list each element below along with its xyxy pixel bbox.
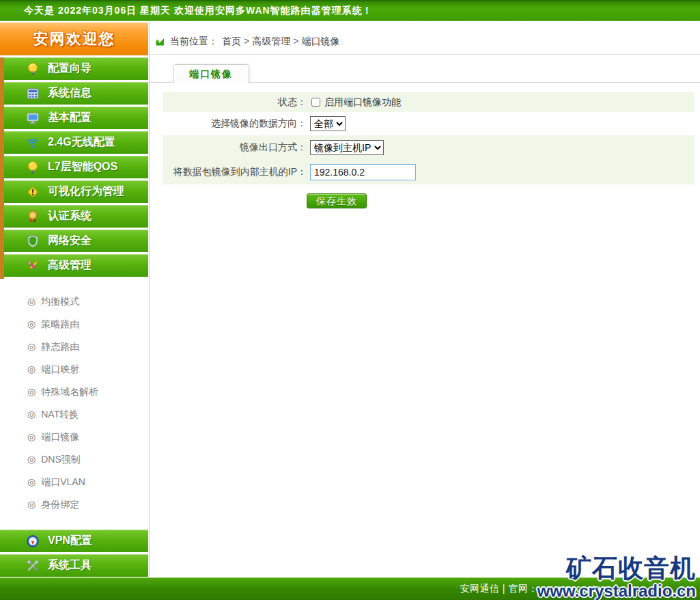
crossed-tools-icon [26, 259, 40, 273]
direction-label: 选择镜像的数据方向： [163, 118, 307, 130]
breadcrumb-separator: > [293, 36, 298, 46]
sidebar-item-label: 基本配置 [48, 111, 92, 125]
bullet-icon: ◎ [27, 341, 36, 352]
main-content: 当前位置： 首页>高级管理>端口镜像 端口镜像 状态： 启用端口镜像功能 选择镜… [149, 21, 700, 577]
sidebar-item-label: 2.4G无线配置 [48, 135, 115, 150]
bullet-icon: ◎ [27, 431, 36, 442]
submenu-item-dns-force[interactable]: ◎DNS强制 [0, 448, 148, 471]
tab-row: 端口镜像 [150, 64, 700, 83]
submenu-item-port-vlan[interactable]: ◎端口VLAN [0, 471, 148, 493]
form-row-mode: 镜像出口方式： 镜像到主机IP [163, 135, 695, 159]
submenu-item-label: 均衡模式 [41, 296, 79, 307]
sidebar-bottom-menu: VPN配置系统工具 [0, 530, 148, 579]
bullet-icon: ◎ [27, 318, 36, 329]
compass-icon [26, 534, 40, 548]
submenu-item-port-mirror[interactable]: ◎端口镜像 [0, 426, 148, 448]
breadcrumb-separator: > [244, 36, 249, 46]
form-row-ip: 将数据包镜像到内部主机的IP： [163, 159, 695, 185]
sidebar-item-network-security[interactable]: 网络安全 [4, 230, 148, 252]
form-row-direction: 选择镜像的数据方向： 全部 [163, 112, 695, 135]
breadcrumb-item-0[interactable]: 首页 [222, 36, 241, 46]
direction-select[interactable]: 全部 [310, 116, 346, 131]
form-row-status: 状态： 启用端口镜像功能 [163, 92, 695, 112]
save-button[interactable]: 保存生效 [307, 193, 367, 208]
enable-mirror-label: 启用端口镜像功能 [324, 96, 401, 109]
calculator-icon [26, 87, 40, 100]
bullet-icon: ◎ [27, 409, 36, 420]
monitor-icon [26, 111, 40, 125]
footer-bar: 安网通信 | 官网： www.secnet.w [0, 577, 700, 600]
sidebar-item-auth-system[interactable]: 认证系统 [4, 205, 148, 228]
button-row: 保存生效 [163, 193, 695, 208]
breadcrumb: 当前位置： 首页>高级管理>端口镜像 [150, 21, 700, 48]
sidebar-item-label: VPN配置 [48, 534, 92, 548]
sidebar-header: 安网欢迎您 [0, 23, 148, 55]
sidebar-item-label: 系统工具 [48, 558, 92, 573]
sidebar-item-label: L7层智能QOS [48, 160, 117, 174]
submenu-item-label: 端口镜像 [41, 431, 79, 442]
bullet-icon: ◎ [27, 499, 36, 510]
sidebar-submenu: ◎均衡模式◎策略路由◎静态路由◎端口映射◎特殊域名解析◎NAT转换◎端口镜像◎D… [0, 279, 148, 516]
mode-select[interactable]: 镜像到主机IP [310, 140, 384, 155]
submenu-item-label: DNS强制 [41, 454, 81, 465]
submenu-item-label: 身份绑定 [41, 499, 79, 510]
sidebar-item-config-wizard[interactable]: 配置向导 [4, 57, 148, 80]
welcome-text: 今天是 2022年03月06日 星期天 欢迎使用安网多WAN智能路由器管理系统！ [24, 5, 373, 16]
submenu-item-balance-mode[interactable]: ◎均衡模式 [0, 290, 148, 313]
sidebar-main-menu: 配置向导系统信息基本配置2.4G无线配置L7层智能QOS可视化行为管理认证系统网… [0, 57, 148, 279]
sidebar-item-wireless-2g4[interactable]: 2.4G无线配置 [4, 131, 148, 154]
submenu-item-label: 特殊域名解析 [41, 386, 98, 397]
wifi-icon [26, 136, 40, 150]
bullet-icon: ◎ [27, 386, 36, 397]
submenu-item-label: 静态路由 [41, 341, 79, 352]
ip-label: 将数据包镜像到内部主机的IP： [163, 166, 307, 178]
enable-mirror-checkbox[interactable] [311, 98, 320, 107]
sidebar-item-basic-config[interactable]: 基本配置 [4, 107, 148, 129]
port-mirror-form: 状态： 启用端口镜像功能 选择镜像的数据方向： 全部 镜像出口方式： 镜像到主机… [163, 92, 695, 208]
submenu-item-policy-route[interactable]: ◎策略路由 [0, 313, 148, 336]
sidebar-item-label: 高级管理 [48, 258, 92, 273]
warning-icon [26, 185, 40, 199]
sidebar-item-l7-qos[interactable]: L7层智能QOS [4, 156, 148, 178]
breadcrumb-items: 首页>高级管理>端口镜像 [222, 36, 339, 48]
mode-label: 镜像出口方式： [163, 141, 307, 154]
tab-port-mirror[interactable]: 端口镜像 [173, 64, 249, 83]
bullet-icon: ◎ [27, 454, 36, 465]
form-rows-mode-ip: 镜像出口方式： 镜像到主机IP 将数据包镜像到内部主机的IP： [163, 135, 695, 185]
submenu-item-static-route[interactable]: ◎静态路由 [0, 336, 148, 358]
submenu-item-port-mapping[interactable]: ◎端口映射 [0, 358, 148, 381]
sidebar-item-label: 网络安全 [48, 234, 92, 248]
submenu-item-special-domain[interactable]: ◎特殊域名解析 [0, 381, 148, 403]
medal-icon [26, 210, 40, 223]
sidebar-item-system-info[interactable]: 系统信息 [4, 82, 148, 105]
submenu-item-label: 端口映射 [41, 364, 79, 374]
top-status-bar: 今天是 2022年03月06日 星期天 欢迎使用安网多WAN智能路由器管理系统！ [0, 0, 700, 21]
sidebar-item-system-tools[interactable]: 系统工具 [0, 554, 148, 577]
breadcrumb-item-1[interactable]: 高级管理 [252, 36, 290, 46]
bulb-icon [26, 161, 40, 174]
shield-icon [26, 234, 40, 248]
sidebar-item-vpn-config[interactable]: VPN配置 [0, 530, 148, 552]
submenu-item-label: 端口VLAN [41, 476, 85, 487]
wrench-icon [26, 559, 40, 573]
bulb-icon [26, 62, 40, 76]
bullet-icon: ◎ [27, 296, 36, 307]
submenu-item-label: NAT转换 [41, 409, 79, 420]
submenu-item-nat-convert[interactable]: ◎NAT转换 [0, 403, 148, 426]
location-icon [155, 36, 166, 47]
sidebar-item-behavior-mgmt[interactable]: 可视化行为管理 [4, 180, 148, 203]
footer-text: 安网通信 | 官网： www.secnet.w [460, 583, 606, 594]
sidebar-item-label: 系统信息 [48, 86, 92, 100]
status-label: 状态： [163, 96, 307, 109]
sidebar-item-label: 认证系统 [48, 209, 92, 223]
breadcrumb-item-2: 端口镜像 [301, 36, 339, 46]
sidebar-item-advanced-mgmt[interactable]: 高级管理 [4, 254, 148, 277]
mirror-ip-input[interactable] [310, 164, 416, 180]
sidebar-item-label: 配置向导 [48, 62, 92, 76]
sidebar-item-label: 可视化行为管理 [48, 185, 124, 199]
breadcrumb-prefix: 当前位置： [170, 36, 218, 48]
sidebar: 安网欢迎您 配置向导系统信息基本配置2.4G无线配置L7层智能QOS可视化行为管… [0, 21, 149, 577]
submenu-item-label: 策略路由 [41, 318, 79, 329]
bullet-icon: ◎ [27, 364, 36, 374]
submenu-item-identity-bind[interactable]: ◎身份绑定 [0, 493, 148, 516]
